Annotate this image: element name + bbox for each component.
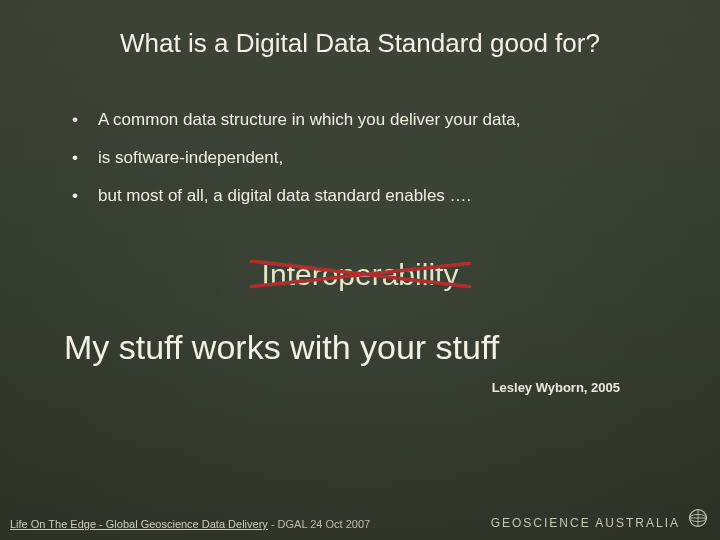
bullet-icon: • [72, 110, 98, 130]
list-item: • is software-independent, [72, 148, 660, 168]
brand-text: GEOSCIENCE AUSTRALIA [491, 516, 680, 530]
slide-title: What is a Digital Data Standard good for… [0, 28, 720, 59]
footer-left: Life On The Edge - Global Geoscience Dat… [10, 518, 370, 530]
bullet-list: • A common data structure in which you d… [72, 110, 660, 224]
attribution: Lesley Wyborn, 2005 [492, 380, 620, 395]
geoscience-australia-logo-icon [686, 506, 710, 530]
footer-link[interactable]: Life On The Edge - Global Geoscience Dat… [10, 518, 268, 530]
highlight-text: Interoperability [262, 258, 459, 291]
footer-suffix: - DGAL 24 Oct 2007 [268, 518, 370, 530]
highlight-row: Interoperability [0, 258, 720, 292]
bullet-text: A common data structure in which you del… [98, 110, 520, 130]
list-item: • A common data structure in which you d… [72, 110, 660, 130]
highlight-word: Interoperability [256, 258, 465, 292]
bullet-icon: • [72, 186, 98, 206]
bullet-text: is software-independent, [98, 148, 283, 168]
bullet-text: but most of all, a digital data standard… [98, 186, 471, 206]
slide: What is a Digital Data Standard good for… [0, 0, 720, 540]
list-item: • but most of all, a digital data standa… [72, 186, 660, 206]
footer: Life On The Edge - Global Geoscience Dat… [10, 506, 710, 530]
statement: My stuff works with your stuff [64, 328, 670, 367]
bullet-icon: • [72, 148, 98, 168]
footer-brand: GEOSCIENCE AUSTRALIA [491, 506, 710, 530]
